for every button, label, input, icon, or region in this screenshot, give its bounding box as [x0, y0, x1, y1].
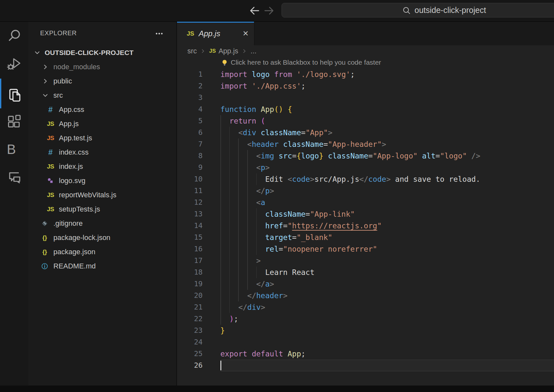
tree-item-label: index.js: [59, 159, 83, 174]
line-number: 24: [177, 336, 203, 348]
tree-item-node-modules[interactable]: node_modules: [28, 60, 176, 74]
code-line: 2import './App.css';: [177, 80, 554, 92]
run-and-debug-icon: [7, 56, 22, 71]
code-line-text[interactable]: </p>: [220, 185, 274, 197]
explorer-more-actions-button[interactable]: [154, 29, 164, 39]
line-number: 8: [177, 150, 203, 162]
code-line-text[interactable]: <div className="App">: [220, 127, 332, 138]
code-line-text[interactable]: <a: [220, 197, 265, 208]
code-line-text[interactable]: import logo from './logo.svg';: [220, 69, 355, 80]
js-file-icon: JS: [47, 120, 54, 128]
tree-item-readme-md[interactable]: README.md: [28, 259, 176, 273]
activity-search[interactable]: [6, 28, 22, 43]
chevron-right-icon: [41, 63, 49, 71]
tree-item-src[interactable]: src: [28, 88, 176, 103]
code-line-text[interactable]: rel="noopener noreferrer": [220, 243, 377, 255]
json-file-icon: {}: [41, 248, 49, 256]
code-line-text[interactable]: href="https://reactjs.org": [220, 220, 382, 232]
explorer-icon: [7, 88, 22, 103]
tree-item-logo-svg[interactable]: logo.svg: [28, 174, 176, 188]
code-line-text[interactable]: <img src={logo} className="App-logo" alt…: [220, 150, 480, 162]
tree-item-app-test-js[interactable]: JSApp.test.js: [28, 131, 176, 145]
tree-item--gitignore[interactable]: .gitignore: [28, 216, 176, 231]
navigate-forward-button[interactable]: [263, 4, 276, 17]
code-line: 15target="_blank": [177, 232, 554, 243]
code-line: 13className="App-link": [177, 208, 554, 220]
js-file-icon: JS: [47, 163, 54, 170]
tree-item-package-lock-json[interactable]: {}package-lock.json: [28, 231, 176, 245]
blackbox-hint[interactable]: Click here to ask Blackbox to help you c…: [177, 57, 554, 69]
code-line: 21</div>: [177, 301, 554, 313]
tree-item-public[interactable]: public: [28, 74, 176, 88]
tree-item-reportwebvitals-js[interactable]: JSreportWebVitals.js: [28, 188, 176, 202]
activity-bar: B: [0, 22, 28, 386]
line-number: 4: [177, 103, 203, 115]
line-number: 18: [177, 267, 203, 278]
tree-item-index-css[interactable]: #index.css: [28, 145, 176, 159]
tree-item-label: setupTests.js: [59, 202, 100, 216]
json-file-icon: {}: [41, 234, 49, 242]
line-number: 6: [177, 127, 203, 138]
hint-text: Click here to ask Blackbox to help you c…: [231, 57, 381, 68]
code-line: 8<img src={logo} className="App-logo" al…: [177, 150, 554, 162]
code-line-text[interactable]: </header>: [220, 290, 288, 301]
line-number: 7: [177, 138, 203, 150]
code-line-text[interactable]: className="App-link": [220, 208, 355, 220]
breadcrumb-item-app-js[interactable]: JSApp.js: [209, 47, 238, 55]
code-line-text[interactable]: <header className="App-header">: [220, 138, 386, 150]
code-line: 12<a: [177, 197, 554, 208]
tree-item-package-json[interactable]: {}package.json: [28, 245, 176, 259]
tab-app-js[interactable]: JS App.js ×: [177, 22, 254, 45]
explorer-title: EXPLORER: [40, 29, 77, 37]
code-line: 3: [177, 92, 554, 103]
code-line-text[interactable]: target="_blank": [220, 232, 332, 243]
tree-item-index-js[interactable]: JSindex.js: [28, 159, 176, 174]
activity-chat[interactable]: [6, 170, 22, 185]
activity-extensions[interactable]: [6, 114, 22, 129]
css-file-icon: #: [47, 106, 54, 114]
line-number: 1: [177, 69, 203, 80]
line-number: 14: [177, 220, 203, 232]
tree-item-app-js[interactable]: JSApp.js: [28, 117, 176, 131]
breadcrumb-item--[interactable]: ...: [250, 47, 256, 55]
tree-item-setuptests-js[interactable]: JSsetupTests.js: [28, 202, 176, 216]
code-line-text[interactable]: );: [220, 313, 238, 325]
css-file-icon: #: [47, 148, 54, 156]
code-line-text[interactable]: }: [220, 325, 225, 336]
breadcrumb-separator-icon: [200, 48, 206, 54]
breadcrumb-item-src[interactable]: src: [187, 47, 197, 55]
code-line-text[interactable]: return (: [220, 115, 265, 127]
code-line: 16rel="noopener noreferrer": [177, 243, 554, 255]
activity-run-and-debug[interactable]: [6, 56, 22, 71]
code-line-text[interactable]: import './App.css';: [220, 80, 305, 92]
text-cursor: [220, 361, 221, 370]
activity-explorer[interactable]: [6, 87, 22, 103]
command-center-search[interactable]: outside-click-project: [282, 3, 554, 17]
code-line: 24: [177, 336, 554, 348]
js-file-icon: JS: [47, 205, 54, 213]
line-number: 15: [177, 232, 203, 243]
code-line-text[interactable]: export default App;: [220, 348, 305, 360]
tree-item-outside-click-project[interactable]: OUTSIDE-CLICK-PROJECT: [28, 46, 176, 60]
arrow-left-icon: [248, 5, 260, 17]
line-number: 9: [177, 162, 203, 173]
code-line: 1import logo from './logo.svg';: [177, 69, 554, 80]
code-line-text[interactable]: >: [220, 255, 261, 267]
code-line-text[interactable]: Edit <code>src/App.js</code> and save to…: [220, 173, 480, 185]
tree-item-label: reportWebVitals.js: [59, 188, 116, 202]
code-line: 10Edit <code>src/App.js</code> and save …: [177, 173, 554, 185]
tree-item-app-css[interactable]: #App.css: [28, 103, 176, 117]
tree-item-label: OUTSIDE-CLICK-PROJECT: [45, 46, 134, 60]
code-line: 5return (: [177, 115, 554, 127]
code-line-text[interactable]: <p>: [220, 162, 270, 173]
tree-item-label: package.json: [53, 245, 95, 259]
code-line-text[interactable]: function App() {: [220, 103, 292, 115]
tab-close-button[interactable]: ×: [239, 22, 252, 45]
breadcrumb-separator-icon: [241, 48, 247, 54]
title-bar: outside-click-project: [0, 0, 554, 22]
code-line-text[interactable]: </a>: [220, 278, 274, 290]
code-line-text[interactable]: </div>: [220, 301, 265, 313]
activity-blackbox[interactable]: B: [6, 141, 22, 157]
navigate-back-button[interactable]: [248, 4, 261, 17]
code-line-text[interactable]: Learn React: [220, 267, 315, 278]
